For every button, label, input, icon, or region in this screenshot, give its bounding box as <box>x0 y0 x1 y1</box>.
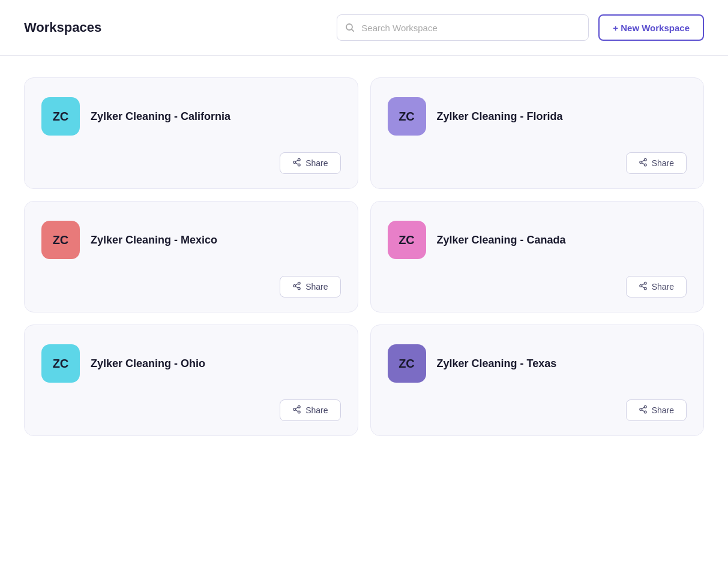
share-icon <box>292 158 301 169</box>
card-top: ZC Zylker Cleaning - Ohio <box>41 344 341 383</box>
card-top: ZC Zylker Cleaning - Mexico <box>41 221 341 259</box>
search-icon <box>345 23 355 32</box>
search-container <box>337 14 589 41</box>
header-actions: + New Workspace <box>337 14 704 41</box>
share-icon <box>639 405 648 416</box>
workspace-card-ohio: ZC Zylker Cleaning - Ohio S <box>24 324 358 436</box>
share-label: Share <box>305 405 328 415</box>
svg-line-20 <box>642 286 644 287</box>
workspace-name: Zylker Cleaning - Canada <box>437 234 566 247</box>
new-workspace-button[interactable]: + New Workspace <box>598 14 704 41</box>
page-header: Workspaces + New Workspace <box>0 0 728 56</box>
card-top: ZC Zylker Cleaning - California <box>41 97 341 136</box>
workspace-card-florida: ZC Zylker Cleaning - Florida <box>370 77 705 189</box>
share-icon <box>639 158 648 169</box>
workspace-card-california: ZC Zylker Cleaning - California <box>24 77 358 189</box>
svg-line-26 <box>296 407 298 408</box>
svg-line-1 <box>352 29 353 31</box>
workspace-avatar: ZC <box>41 344 80 383</box>
svg-line-16 <box>296 284 298 285</box>
share-button[interactable]: Share <box>280 276 340 297</box>
workspace-initials: ZC <box>53 357 69 371</box>
workspace-avatar: ZC <box>41 221 80 259</box>
workspace-initials: ZC <box>399 233 415 247</box>
svg-line-11 <box>642 160 644 161</box>
workspaces-grid: ZC Zylker Cleaning - California <box>24 77 704 436</box>
workspace-avatar: ZC <box>388 344 426 383</box>
search-input[interactable] <box>337 14 589 41</box>
workspace-initials: ZC <box>53 233 69 247</box>
workspace-name: Zylker Cleaning - California <box>91 110 230 123</box>
card-bottom: Share <box>388 399 687 421</box>
workspace-initials: ZC <box>399 110 415 124</box>
share-label: Share <box>305 158 328 168</box>
share-button[interactable]: Share <box>280 399 340 421</box>
svg-line-25 <box>296 410 298 411</box>
share-icon <box>292 281 301 292</box>
share-label: Share <box>652 158 674 168</box>
svg-line-30 <box>642 410 644 411</box>
workspace-name: Zylker Cleaning - Ohio <box>91 357 205 370</box>
share-button[interactable]: Share <box>280 152 340 174</box>
svg-line-6 <box>296 160 298 161</box>
share-button[interactable]: Share <box>626 399 687 421</box>
share-label: Share <box>305 282 328 291</box>
workspace-card-texas: ZC Zylker Cleaning - Texas <box>370 324 705 436</box>
card-bottom: Share <box>388 152 687 174</box>
card-bottom: Share <box>41 276 341 297</box>
share-button[interactable]: Share <box>626 276 687 297</box>
svg-line-21 <box>642 284 644 285</box>
workspace-avatar: ZC <box>41 97 80 136</box>
card-top: ZC Zylker Cleaning - Texas <box>388 344 687 383</box>
workspace-name: Zylker Cleaning - Texas <box>437 357 557 370</box>
svg-line-10 <box>642 163 644 164</box>
workspace-card-mexico: ZC Zylker Cleaning - Mexico <box>24 201 358 312</box>
svg-line-15 <box>296 286 298 287</box>
card-bottom: Share <box>388 276 687 297</box>
card-bottom: Share <box>41 399 341 421</box>
card-top: ZC Zylker Cleaning - Canada <box>388 221 687 259</box>
workspace-name: Zylker Cleaning - Florida <box>437 110 563 123</box>
workspace-initials: ZC <box>53 110 69 124</box>
workspace-card-canada: ZC Zylker Cleaning - Canada <box>370 201 705 312</box>
svg-line-31 <box>642 407 644 408</box>
card-bottom: Share <box>41 152 341 174</box>
workspace-avatar: ZC <box>388 97 426 136</box>
main-content: ZC Zylker Cleaning - California <box>0 56 728 458</box>
share-label: Share <box>652 282 674 291</box>
page-title: Workspaces <box>24 20 101 35</box>
svg-line-5 <box>296 163 298 164</box>
card-top: ZC Zylker Cleaning - Florida <box>388 97 687 136</box>
share-icon <box>639 281 648 292</box>
workspace-name: Zylker Cleaning - Mexico <box>91 234 217 247</box>
share-icon <box>292 405 301 416</box>
workspace-avatar: ZC <box>388 221 426 259</box>
share-label: Share <box>652 405 674 415</box>
workspace-initials: ZC <box>399 357 415 371</box>
share-button[interactable]: Share <box>626 152 687 174</box>
